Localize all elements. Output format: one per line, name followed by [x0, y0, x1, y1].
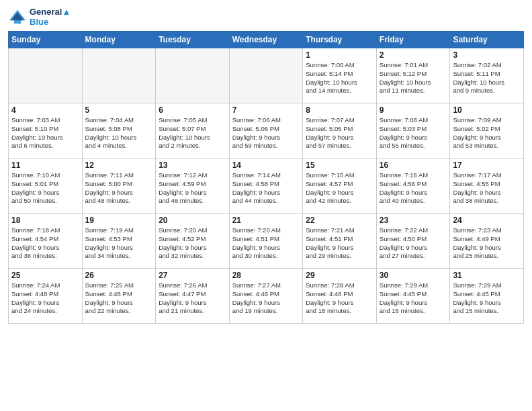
day-number: 10: [453, 105, 521, 115]
calendar-day-30: 30Sunrise: 7:29 AMSunset: 4:45 PMDayligh…: [376, 269, 450, 324]
day-info: Sunrise: 7:12 AMSunset: 4:59 PMDaylight:…: [159, 171, 226, 205]
calendar-day-2: 2Sunrise: 7:01 AMSunset: 5:12 PMDaylight…: [376, 48, 450, 103]
calendar-header-row: SundayMondayTuesdayWednesdayThursdayFrid…: [9, 32, 524, 48]
day-number: 13: [159, 161, 226, 170]
day-info: Sunrise: 7:20 AMSunset: 4:52 PMDaylight:…: [159, 226, 226, 261]
weekday-header-friday: Friday: [376, 32, 450, 48]
day-info: Sunrise: 7:06 AMSunset: 5:06 PMDaylight:…: [232, 116, 300, 150]
logo: General▲ Blue: [8, 7, 71, 27]
day-number: 15: [306, 161, 373, 170]
day-number: 31: [453, 271, 521, 280]
day-number: 18: [11, 216, 79, 225]
page: General▲ Blue SundayMondayTuesdayWednesd…: [0, 0, 532, 330]
calendar-day-20: 20Sunrise: 7:20 AMSunset: 4:52 PMDayligh…: [156, 214, 230, 269]
calendar-day-10: 10Sunrise: 7:09 AMSunset: 5:02 PMDayligh…: [450, 103, 524, 158]
day-number: 29: [306, 271, 373, 280]
day-number: 14: [232, 161, 300, 170]
day-number: 3: [453, 50, 521, 60]
day-info: Sunrise: 7:29 AMSunset: 4:45 PMDaylight:…: [453, 281, 521, 316]
day-number: 24: [453, 216, 521, 225]
logo-text: General▲ Blue: [30, 7, 71, 27]
calendar-day-6: 6Sunrise: 7:05 AMSunset: 5:07 PMDaylight…: [156, 103, 230, 158]
day-info: Sunrise: 7:10 AMSunset: 5:01 PMDaylight:…: [11, 171, 79, 205]
day-info: Sunrise: 7:05 AMSunset: 5:07 PMDaylight:…: [159, 116, 226, 150]
calendar-day-12: 12Sunrise: 7:11 AMSunset: 5:00 PMDayligh…: [82, 158, 156, 214]
day-info: Sunrise: 7:08 AMSunset: 5:03 PMDaylight:…: [380, 116, 447, 150]
weekday-header-monday: Monday: [82, 32, 156, 48]
day-info: Sunrise: 7:19 AMSunset: 4:53 PMDaylight:…: [85, 226, 153, 261]
day-info: Sunrise: 7:04 AMSunset: 5:08 PMDaylight:…: [85, 116, 153, 150]
calendar-week-2: 4Sunrise: 7:03 AMSunset: 5:10 PMDaylight…: [9, 103, 524, 158]
day-number: 21: [232, 216, 300, 225]
day-number: 16: [380, 161, 447, 170]
day-number: 28: [232, 271, 300, 280]
calendar-day-19: 19Sunrise: 7:19 AMSunset: 4:53 PMDayligh…: [82, 214, 156, 269]
day-info: Sunrise: 7:26 AMSunset: 4:47 PMDaylight:…: [159, 281, 226, 316]
calendar-day-7: 7Sunrise: 7:06 AMSunset: 5:06 PMDaylight…: [229, 103, 303, 158]
calendar-day-3: 3Sunrise: 7:02 AMSunset: 5:11 PMDaylight…: [450, 48, 524, 103]
calendar-day-24: 24Sunrise: 7:23 AMSunset: 4:49 PMDayligh…: [450, 214, 524, 269]
day-number: 6: [159, 105, 226, 115]
day-info: Sunrise: 7:27 AMSunset: 4:46 PMDaylight:…: [232, 281, 300, 316]
day-number: 23: [380, 216, 447, 225]
day-number: 11: [11, 161, 79, 170]
day-info: Sunrise: 7:20 AMSunset: 4:51 PMDaylight:…: [232, 226, 300, 261]
weekday-header-saturday: Saturday: [450, 32, 524, 48]
weekday-header-tuesday: Tuesday: [156, 32, 230, 48]
day-info: Sunrise: 7:00 AMSunset: 5:14 PMDaylight:…: [306, 61, 373, 95]
day-info: Sunrise: 7:14 AMSunset: 4:58 PMDaylight:…: [232, 171, 300, 205]
day-number: 26: [85, 271, 153, 280]
calendar-day-16: 16Sunrise: 7:16 AMSunset: 4:56 PMDayligh…: [376, 158, 450, 214]
calendar-empty: [156, 48, 230, 103]
logo-icon: [8, 9, 27, 25]
weekday-header-thursday: Thursday: [303, 32, 377, 48]
day-number: 2: [380, 50, 447, 60]
calendar-day-1: 1Sunrise: 7:00 AMSunset: 5:14 PMDaylight…: [303, 48, 377, 103]
calendar-day-27: 27Sunrise: 7:26 AMSunset: 4:47 PMDayligh…: [156, 269, 230, 324]
day-number: 4: [11, 105, 79, 115]
day-info: Sunrise: 7:24 AMSunset: 4:48 PMDaylight:…: [11, 281, 79, 316]
calendar-day-25: 25Sunrise: 7:24 AMSunset: 4:48 PMDayligh…: [9, 269, 83, 324]
day-number: 27: [159, 271, 226, 280]
day-info: Sunrise: 7:25 AMSunset: 4:48 PMDaylight:…: [85, 281, 153, 316]
calendar-week-3: 11Sunrise: 7:10 AMSunset: 5:01 PMDayligh…: [9, 158, 524, 214]
calendar-empty: [9, 48, 83, 103]
day-number: 8: [306, 105, 373, 115]
day-info: Sunrise: 7:18 AMSunset: 4:54 PMDaylight:…: [11, 226, 79, 261]
day-info: Sunrise: 7:21 AMSunset: 4:51 PMDaylight:…: [306, 226, 373, 261]
calendar-day-5: 5Sunrise: 7:04 AMSunset: 5:08 PMDaylight…: [82, 103, 156, 158]
day-info: Sunrise: 7:15 AMSunset: 4:57 PMDaylight:…: [306, 171, 373, 205]
calendar-week-1: 1Sunrise: 7:00 AMSunset: 5:14 PMDaylight…: [9, 48, 524, 103]
calendar-day-31: 31Sunrise: 7:29 AMSunset: 4:45 PMDayligh…: [450, 269, 524, 324]
day-number: 19: [85, 216, 153, 225]
day-number: 17: [453, 161, 521, 170]
calendar-day-18: 18Sunrise: 7:18 AMSunset: 4:54 PMDayligh…: [9, 214, 83, 269]
calendar-day-21: 21Sunrise: 7:20 AMSunset: 4:51 PMDayligh…: [229, 214, 303, 269]
header: General▲ Blue: [8, 7, 524, 27]
calendar-day-11: 11Sunrise: 7:10 AMSunset: 5:01 PMDayligh…: [9, 158, 83, 214]
calendar-table: SundayMondayTuesdayWednesdayThursdayFrid…: [8, 31, 524, 324]
calendar-day-9: 9Sunrise: 7:08 AMSunset: 5:03 PMDaylight…: [376, 103, 450, 158]
day-info: Sunrise: 7:09 AMSunset: 5:02 PMDaylight:…: [453, 116, 521, 150]
day-number: 5: [85, 105, 153, 115]
calendar-day-14: 14Sunrise: 7:14 AMSunset: 4:58 PMDayligh…: [229, 158, 303, 214]
day-number: 20: [159, 216, 226, 225]
weekday-header-sunday: Sunday: [9, 32, 83, 48]
calendar-day-28: 28Sunrise: 7:27 AMSunset: 4:46 PMDayligh…: [229, 269, 303, 324]
calendar-day-8: 8Sunrise: 7:07 AMSunset: 5:05 PMDaylight…: [303, 103, 377, 158]
day-info: Sunrise: 7:07 AMSunset: 5:05 PMDaylight:…: [306, 116, 373, 150]
calendar-day-17: 17Sunrise: 7:17 AMSunset: 4:55 PMDayligh…: [450, 158, 524, 214]
calendar-empty: [229, 48, 303, 103]
calendar-day-29: 29Sunrise: 7:28 AMSunset: 4:46 PMDayligh…: [303, 269, 377, 324]
day-info: Sunrise: 7:28 AMSunset: 4:46 PMDaylight:…: [306, 281, 373, 316]
calendar-day-4: 4Sunrise: 7:03 AMSunset: 5:10 PMDaylight…: [9, 103, 83, 158]
day-info: Sunrise: 7:02 AMSunset: 5:11 PMDaylight:…: [453, 61, 521, 95]
calendar-week-4: 18Sunrise: 7:18 AMSunset: 4:54 PMDayligh…: [9, 214, 524, 269]
weekday-header-wednesday: Wednesday: [229, 32, 303, 48]
day-info: Sunrise: 7:16 AMSunset: 4:56 PMDaylight:…: [380, 171, 447, 205]
day-number: 25: [11, 271, 79, 280]
day-info: Sunrise: 7:03 AMSunset: 5:10 PMDaylight:…: [11, 116, 79, 150]
calendar-week-5: 25Sunrise: 7:24 AMSunset: 4:48 PMDayligh…: [9, 269, 524, 324]
calendar-day-22: 22Sunrise: 7:21 AMSunset: 4:51 PMDayligh…: [303, 214, 377, 269]
calendar-empty: [82, 48, 156, 103]
